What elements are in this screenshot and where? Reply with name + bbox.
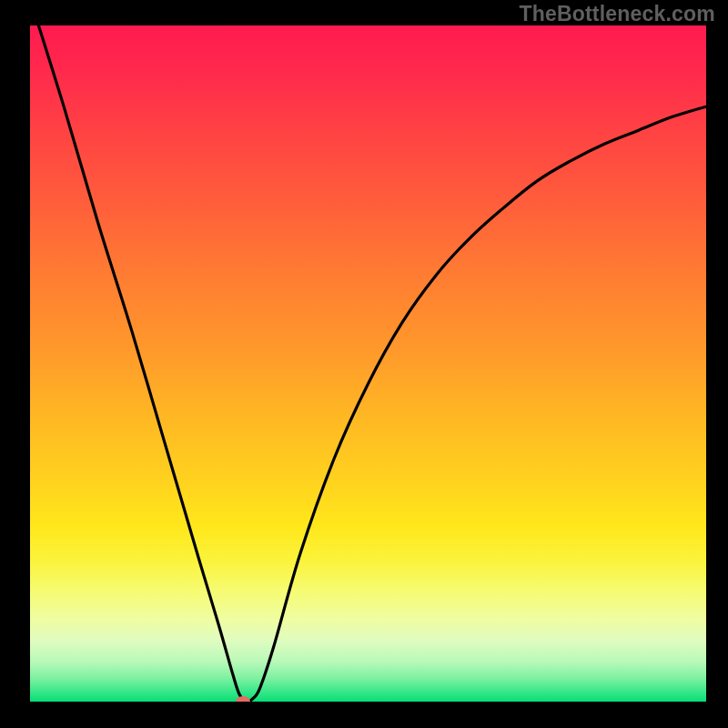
plot-panel bbox=[30, 25, 706, 702]
watermark-label: TheBottleneck.com bbox=[519, 2, 715, 26]
optimum-marker bbox=[236, 696, 250, 702]
bottleneck-curve bbox=[30, 25, 706, 702]
chart-frame: TheBottleneck.com bbox=[0, 0, 728, 728]
curve-path bbox=[30, 25, 706, 702]
